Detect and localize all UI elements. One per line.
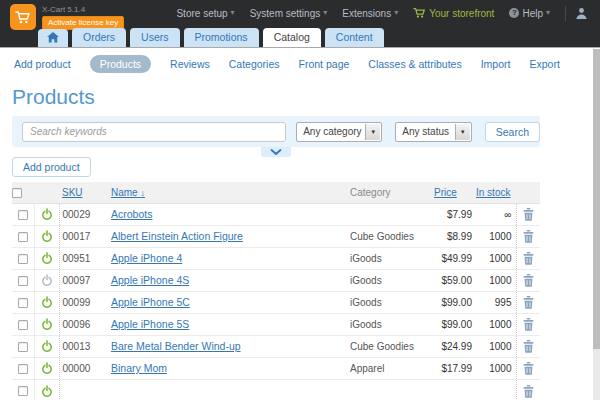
- row-price: $17.99: [434, 357, 476, 379]
- row-category: iGoods: [348, 291, 434, 313]
- trash-icon[interactable]: [523, 252, 534, 265]
- row-checkbox[interactable]: [18, 298, 28, 308]
- sort-by-price[interactable]: Price: [434, 187, 457, 198]
- trash-icon[interactable]: [523, 274, 534, 287]
- row-category: Apparel: [348, 357, 434, 379]
- product-name-link[interactable]: Albert Einstein Action Figure: [111, 230, 243, 242]
- row-checkbox[interactable]: [18, 232, 28, 242]
- table-row: [12, 379, 540, 400]
- trash-icon[interactable]: [523, 362, 534, 375]
- app-version: X-Cart 5.1.4: [42, 5, 85, 14]
- row-stock: [476, 379, 516, 400]
- product-name-link[interactable]: Apple iPhone 5S: [111, 318, 189, 330]
- subnav-export[interactable]: Export: [529, 58, 559, 70]
- product-name-link[interactable]: Apple iPhone 4: [111, 252, 182, 264]
- row-checkbox[interactable]: [18, 320, 28, 330]
- table-row: 00013 Bare Metal Bender Wind-up Cube Goo…: [12, 335, 540, 357]
- power-icon[interactable]: [41, 318, 53, 331]
- menu-extensions-label: Extensions: [342, 8, 391, 19]
- power-icon[interactable]: [41, 274, 53, 287]
- tab-home[interactable]: [38, 29, 68, 47]
- subnav-reviews[interactable]: Reviews: [170, 58, 210, 70]
- your-storefront-link[interactable]: Your storefront: [413, 7, 494, 19]
- trash-icon[interactable]: [523, 340, 534, 353]
- top-bar: X-Cart 5.1.4 Activate license key Store …: [0, 0, 600, 48]
- tab-users[interactable]: Users: [130, 28, 179, 47]
- sort-by-name[interactable]: Name ↓: [111, 187, 145, 198]
- category-select[interactable]: Any category ▼: [296, 122, 382, 142]
- row-sku: 00029: [59, 203, 107, 225]
- row-checkbox[interactable]: [18, 386, 28, 396]
- category-select-value: Any category: [303, 126, 361, 137]
- power-icon[interactable]: [41, 296, 53, 309]
- tab-promotions[interactable]: Promotions: [184, 28, 259, 47]
- catalog-subnav: Add product Products Reviews Categories …: [0, 48, 600, 79]
- xcart-logo[interactable]: [10, 4, 36, 30]
- product-name-link[interactable]: Apple iPhone 4S: [111, 274, 189, 286]
- row-stock: 995: [476, 291, 516, 313]
- sort-by-sku[interactable]: SKU: [62, 187, 83, 198]
- question-circle-icon: ?: [509, 8, 519, 18]
- caret-down-icon: ▾: [231, 9, 235, 17]
- product-name-link[interactable]: Binary Mom: [111, 362, 167, 374]
- row-stock: ∞: [476, 203, 516, 225]
- top-menu: Store setup ▾ System settings ▾ Extensio…: [176, 0, 566, 26]
- subnav-categories[interactable]: Categories: [229, 58, 280, 70]
- menu-store-setup-label: Store setup: [176, 8, 227, 19]
- row-checkbox[interactable]: [18, 276, 28, 286]
- row-checkbox[interactable]: [18, 254, 28, 264]
- tab-catalog[interactable]: Catalog: [263, 28, 321, 47]
- your-storefront-label: Your storefront: [429, 8, 494, 19]
- sort-by-stock[interactable]: In stock: [476, 187, 510, 198]
- power-icon[interactable]: [41, 252, 53, 265]
- tab-content[interactable]: Content: [325, 28, 384, 47]
- power-icon[interactable]: [41, 362, 53, 375]
- menu-extensions[interactable]: Extensions ▾: [342, 8, 398, 19]
- product-name-link[interactable]: Acrobots: [111, 208, 152, 220]
- account-button[interactable]: [575, 6, 588, 24]
- menu-help[interactable]: ? Help ▾: [509, 8, 550, 19]
- product-name-link[interactable]: Bare Metal Bender Wind-up: [111, 340, 241, 352]
- products-table: SKU Name ↓ Category Price In stock 00029…: [12, 182, 540, 400]
- table-row: 00017 Albert Einstein Action Figure Cube…: [12, 225, 540, 247]
- sort-direction-icon: ↓: [140, 188, 145, 198]
- menu-system-settings[interactable]: System settings ▾: [250, 8, 328, 19]
- power-icon[interactable]: [41, 340, 53, 353]
- menu-help-label: Help: [522, 8, 543, 19]
- status-select[interactable]: Any status ▼: [395, 122, 471, 142]
- search-panel-collapse-toggle[interactable]: [261, 147, 291, 157]
- menu-store-setup[interactable]: Store setup ▾: [176, 8, 234, 19]
- tab-orders[interactable]: Orders: [72, 28, 126, 47]
- caret-down-icon: ▼: [455, 124, 470, 140]
- row-checkbox[interactable]: [18, 342, 28, 352]
- search-keywords-input[interactable]: [22, 122, 286, 142]
- subnav-add-product[interactable]: Add product: [14, 58, 71, 70]
- trash-icon[interactable]: [523, 230, 534, 243]
- vertical-scrollbar-track[interactable]: [593, 49, 600, 400]
- row-price: $7.99: [434, 203, 476, 225]
- subnav-products[interactable]: Products: [90, 55, 151, 73]
- row-stock: 1000: [476, 269, 516, 291]
- vertical-scrollbar-thumb[interactable]: [593, 49, 600, 349]
- subnav-classes-attributes[interactable]: Classes & attributes: [368, 58, 461, 70]
- table-row: 00029 Acrobots $7.99 ∞: [12, 203, 540, 225]
- subnav-front-page[interactable]: Front page: [299, 58, 350, 70]
- search-button[interactable]: Search: [485, 122, 540, 142]
- subnav-import[interactable]: Import: [481, 58, 511, 70]
- table-row: 00951 Apple iPhone 4 iGoods $49.99 1000: [12, 247, 540, 269]
- trash-icon[interactable]: [523, 318, 534, 331]
- power-icon[interactable]: [41, 385, 53, 398]
- power-icon[interactable]: [41, 208, 53, 221]
- product-name-link[interactable]: Apple iPhone 5C: [111, 296, 190, 308]
- select-all-checkbox[interactable]: [12, 188, 22, 198]
- power-icon[interactable]: [41, 230, 53, 243]
- add-product-button[interactable]: Add product: [12, 157, 91, 177]
- top-menu-divider: [565, 6, 566, 21]
- row-checkbox[interactable]: [18, 364, 28, 374]
- trash-icon[interactable]: [523, 296, 534, 309]
- row-checkbox[interactable]: [18, 210, 28, 220]
- menu-system-settings-label: System settings: [250, 8, 321, 19]
- trash-icon[interactable]: [523, 208, 534, 221]
- trash-icon[interactable]: [523, 385, 534, 398]
- row-category: Cube Goodies: [348, 225, 434, 247]
